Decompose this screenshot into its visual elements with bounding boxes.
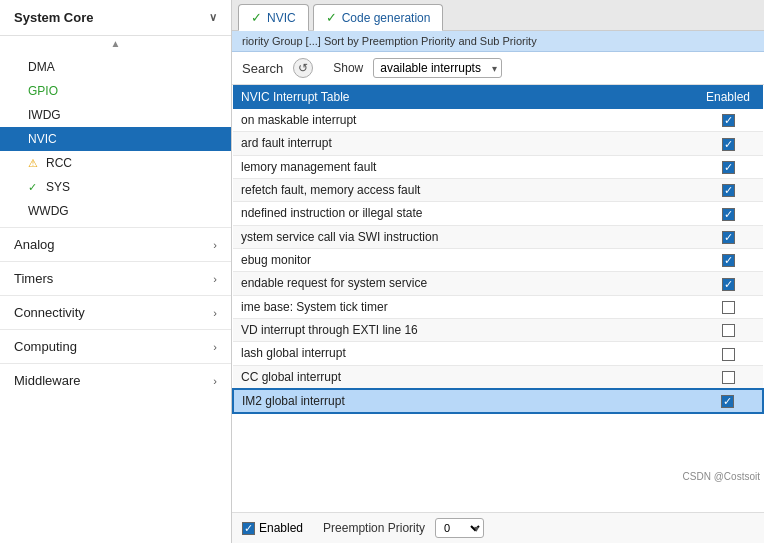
sidebar-category-chevron-analog: › bbox=[213, 239, 217, 251]
bottom-enabled-label: Enabled bbox=[259, 521, 303, 535]
interrupt-enabled-cell[interactable] bbox=[693, 342, 763, 365]
table-row[interactable]: ystem service call via SWI instruction bbox=[233, 225, 763, 248]
preemption-label: Preemption Priority bbox=[323, 521, 425, 535]
interrupt-label: lash global interrupt bbox=[233, 342, 693, 365]
table-row[interactable]: refetch fault, memory access fault bbox=[233, 178, 763, 201]
interrupt-checkbox[interactable] bbox=[722, 114, 735, 127]
table-row[interactable]: endable request for system service bbox=[233, 272, 763, 295]
sidebar-category-label-timers: Timers bbox=[14, 271, 53, 286]
table-row[interactable]: ime base: System tick timer bbox=[233, 295, 763, 318]
interrupt-checkbox[interactable] bbox=[722, 161, 735, 174]
interrupt-enabled-cell[interactable] bbox=[693, 155, 763, 178]
interrupt-enabled-cell[interactable] bbox=[693, 225, 763, 248]
sidebar-item-rcc[interactable]: ⚠RCC bbox=[0, 151, 231, 175]
system-core-section[interactable]: System Core ∨ bbox=[0, 0, 231, 36]
sidebar-items: DMAGPIOIWDGNVIC⚠RCC✓SYSWWDG bbox=[0, 51, 231, 227]
interrupt-checkbox[interactable] bbox=[722, 301, 735, 314]
sidebar-item-label-rcc: RCC bbox=[46, 156, 72, 170]
sidebar-item-label-wwdg: WWDG bbox=[28, 204, 69, 218]
sidebar-category-label-middleware: Middleware bbox=[14, 373, 80, 388]
bottom-enabled-checkbox[interactable] bbox=[242, 522, 255, 535]
interrupt-enabled-cell[interactable] bbox=[693, 318, 763, 341]
sidebar-item-wwdg[interactable]: WWDG bbox=[0, 199, 231, 223]
sidebar: System Core ∨ ▲ DMAGPIOIWDGNVIC⚠RCC✓SYSW… bbox=[0, 0, 232, 543]
priority-select[interactable]: 0 bbox=[435, 518, 484, 538]
interrupt-checkbox[interactable] bbox=[722, 324, 735, 337]
interrupt-label: ystem service call via SWI instruction bbox=[233, 225, 693, 248]
sidebar-item-gpio[interactable]: GPIO bbox=[0, 79, 231, 103]
sidebar-category-label-connectivity: Connectivity bbox=[14, 305, 85, 320]
sidebar-category-chevron-middleware: › bbox=[213, 375, 217, 387]
sidebar-category-label-analog: Analog bbox=[14, 237, 54, 252]
interrupt-label: ard fault interrupt bbox=[233, 132, 693, 155]
interrupt-enabled-cell[interactable] bbox=[693, 132, 763, 155]
sidebar-item-dma[interactable]: DMA bbox=[0, 55, 231, 79]
table-row[interactable]: ebug monitor bbox=[233, 248, 763, 271]
table-row[interactable]: ard fault interrupt bbox=[233, 132, 763, 155]
table-row[interactable]: lash global interrupt bbox=[233, 342, 763, 365]
interrupt-checkbox[interactable] bbox=[722, 184, 735, 197]
interrupt-enabled-cell[interactable] bbox=[693, 389, 763, 413]
sidebar-item-label-iwdg: IWDG bbox=[28, 108, 61, 122]
show-label: Show bbox=[333, 61, 363, 75]
table-row[interactable]: VD interrupt through EXTI line 16 bbox=[233, 318, 763, 341]
interrupt-enabled-cell[interactable] bbox=[693, 202, 763, 225]
interrupt-label: ndefined instruction or illegal state bbox=[233, 202, 693, 225]
interrupt-label: ebug monitor bbox=[233, 248, 693, 271]
interrupt-enabled-cell[interactable] bbox=[693, 248, 763, 271]
interrupt-enabled-cell[interactable] bbox=[693, 178, 763, 201]
interrupt-label: lemory management fault bbox=[233, 155, 693, 178]
table-row[interactable]: on maskable interrupt bbox=[233, 109, 763, 132]
tab-code_gen[interactable]: ✓Code generation bbox=[313, 4, 444, 31]
interrupt-enabled-cell[interactable] bbox=[693, 295, 763, 318]
interrupt-enabled-cell[interactable] bbox=[693, 272, 763, 295]
table-row[interactable]: lemory management fault bbox=[233, 155, 763, 178]
sidebar-item-sys[interactable]: ✓SYS bbox=[0, 175, 231, 199]
bottom-bar: Enabled Preemption Priority 0 bbox=[232, 512, 764, 543]
sidebar-category-chevron-connectivity: › bbox=[213, 307, 217, 319]
search-label: Search bbox=[242, 61, 283, 76]
interrupt-enabled-cell[interactable] bbox=[693, 109, 763, 132]
table-row[interactable]: IM2 global interrupt bbox=[233, 389, 763, 413]
enabled-col-header: Enabled bbox=[693, 85, 763, 109]
interrupt-checkbox[interactable] bbox=[722, 254, 735, 267]
sidebar-item-label-nvic: NVIC bbox=[28, 132, 57, 146]
interrupt-checkbox[interactable] bbox=[722, 278, 735, 291]
interrupt-col-header: NVIC Interrupt Table bbox=[233, 85, 693, 109]
sidebar-item-icon-rcc: ⚠ bbox=[28, 157, 42, 170]
scroll-up-indicator[interactable]: ▲ bbox=[0, 36, 231, 51]
refresh-icon: ↺ bbox=[298, 61, 308, 75]
sidebar-category-analog[interactable]: Analog› bbox=[0, 227, 231, 261]
interrupt-checkbox[interactable] bbox=[722, 371, 735, 384]
interrupt-checkbox[interactable] bbox=[722, 348, 735, 361]
sidebar-category-middleware[interactable]: Middleware› bbox=[0, 363, 231, 397]
system-core-label: System Core bbox=[14, 10, 93, 25]
nvic-table: NVIC Interrupt Table Enabled on maskable… bbox=[232, 85, 764, 414]
interrupt-checkbox[interactable] bbox=[722, 208, 735, 221]
sidebar-category-computing[interactable]: Computing› bbox=[0, 329, 231, 363]
sidebar-categories: Analog›Timers›Connectivity›Computing›Mid… bbox=[0, 227, 231, 397]
table-wrapper: NVIC Interrupt Table Enabled on maskable… bbox=[232, 85, 764, 512]
tab-check-icon-code_gen: ✓ bbox=[326, 10, 337, 25]
sidebar-item-nvic[interactable]: NVIC bbox=[0, 127, 231, 151]
tab-check-icon-nvic: ✓ bbox=[251, 10, 262, 25]
tab-nvic[interactable]: ✓NVIC bbox=[238, 4, 309, 31]
interrupt-checkbox[interactable] bbox=[721, 395, 734, 408]
interrupt-checkbox[interactable] bbox=[722, 138, 735, 151]
sidebar-category-connectivity[interactable]: Connectivity› bbox=[0, 295, 231, 329]
interrupt-label: VD interrupt through EXTI line 16 bbox=[233, 318, 693, 341]
tab-label-code_gen: Code generation bbox=[342, 11, 431, 25]
sidebar-category-timers[interactable]: Timers› bbox=[0, 261, 231, 295]
search-refresh-button[interactable]: ↺ bbox=[293, 58, 313, 78]
show-select[interactable]: available interruptsall interruptsenable… bbox=[373, 58, 502, 78]
interrupt-enabled-cell[interactable] bbox=[693, 365, 763, 389]
sidebar-item-iwdg[interactable]: IWDG bbox=[0, 103, 231, 127]
sidebar-category-chevron-timers: › bbox=[213, 273, 217, 285]
interrupt-label: CC global interrupt bbox=[233, 365, 693, 389]
scroll-up-icon: ▲ bbox=[111, 38, 121, 49]
show-select-wrapper: available interruptsall interruptsenable… bbox=[373, 58, 502, 78]
table-row[interactable]: CC global interrupt bbox=[233, 365, 763, 389]
table-row[interactable]: ndefined instruction or illegal state bbox=[233, 202, 763, 225]
interrupt-label: endable request for system service bbox=[233, 272, 693, 295]
interrupt-checkbox[interactable] bbox=[722, 231, 735, 244]
